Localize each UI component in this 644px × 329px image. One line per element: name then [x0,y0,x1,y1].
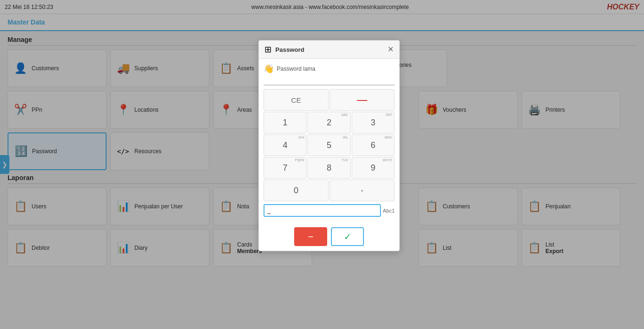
new-password-input[interactable] [264,204,381,217]
numpad-4[interactable]: 4GHI [264,134,306,156]
numpad-grid: 1 2ABC 3DEF 4GHI 5JKL 6MNO 7PQRS 8TUV 9W… [264,112,395,179]
ok-icon: ✓ [344,231,352,242]
numpad-8[interactable]: 8TUV [307,157,350,179]
ce-button[interactable]: CE [264,89,329,111]
numpad-dot[interactable]: · [330,180,395,201]
dialog-hash-icon: ⊞ [264,44,272,55]
dialog-actions: − ✓ [259,225,399,251]
dialog-ok-button[interactable]: ✓ [331,227,364,246]
numpad-7[interactable]: 7PQRS [264,157,306,179]
password-dialog: ⊞ Password ✕ 👋 Password lama CE — 1 2ABC… [258,40,400,251]
numpad-1[interactable]: 1 [264,112,306,133]
dialog-title: Password [275,46,304,53]
dialog-header: ⊞ Password ✕ [259,41,399,59]
password-old-row: 👋 Password lama [264,64,395,74]
numpad-0[interactable]: 0 [264,180,329,201]
numpad-5[interactable]: 5JKL [307,134,350,156]
numpad-9[interactable]: 9WXYZ [352,157,395,179]
dialog-header-left: ⊞ Password [264,44,304,55]
abc1-label: Abc1 [383,208,395,214]
numpad-6[interactable]: 6MNO [352,134,395,156]
dialog-body: 👋 Password lama CE — 1 2ABC 3DEF 4GHI 5J… [259,59,399,225]
backspace-button[interactable]: — [330,89,395,111]
numpad-zero-row: 0 · [264,180,395,201]
password-old-label-text: Password lama [277,66,315,72]
cancel-icon: − [308,231,314,242]
new-pass-row: Abc1 [264,204,395,217]
numpad-2[interactable]: 2ABC [307,112,350,133]
dialog-close-button[interactable]: ✕ [388,46,394,53]
hand-icon: 👋 [264,64,274,74]
numpad-3[interactable]: 3DEF [352,112,395,133]
password-old-input[interactable] [264,76,395,85]
dialog-cancel-button[interactable]: − [294,227,327,246]
